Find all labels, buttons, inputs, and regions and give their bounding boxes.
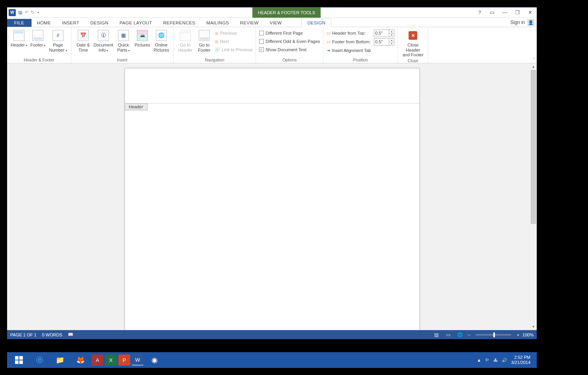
word-count[interactable]: 0 WORDS (42, 332, 62, 337)
group-header-footer: Header▾ Footer▾ # Page Number▾ Header & … (7, 27, 71, 63)
tray-flag-icon[interactable]: 🏳 (485, 358, 489, 362)
spinner-up-icon[interactable]: ▲ (389, 39, 394, 42)
tray-show-hidden-icon[interactable]: ▲ (477, 358, 481, 362)
zoom-slider[interactable] (476, 334, 511, 336)
save-icon[interactable]: 🖫 (18, 10, 22, 15)
document-page[interactable]: Header (125, 68, 420, 330)
sign-in-label: Sign in (510, 20, 525, 25)
sign-in[interactable]: Sign in 👤 (510, 19, 534, 26)
qat-customize-icon[interactable]: ▾ (37, 11, 39, 14)
scroll-down-icon[interactable]: ▼ (530, 323, 537, 330)
previous-icon: ▣ (215, 31, 218, 36)
tray-volume-icon[interactable]: 🔊 (502, 358, 507, 363)
minimize-icon[interactable]: — (500, 8, 510, 17)
zoom-level[interactable]: 100% (523, 332, 534, 337)
calendar-icon: 📅 (78, 30, 89, 41)
tray-network-icon[interactable]: 🖧 (493, 358, 498, 362)
tab-file[interactable]: FILE (7, 19, 32, 27)
taskbar-clock[interactable]: 2:52 PM 3/21/2014 (511, 355, 530, 365)
goto-header-label: Go to Header (178, 43, 192, 52)
spinner-down-icon[interactable]: ▼ (389, 33, 394, 37)
spinner-up-icon[interactable]: ▲ (389, 30, 394, 33)
vertical-scrollbar[interactable]: ▲ ▼ (530, 63, 537, 330)
taskbar-powerpoint-icon[interactable]: P (118, 355, 130, 366)
insert-alignment-tab-button[interactable]: ⇥Insert Alignment Tab (327, 46, 394, 54)
pictures-button[interactable]: ⛰ Pictures (134, 28, 151, 48)
zoom-in-icon[interactable]: + (517, 332, 519, 337)
scroll-track[interactable] (530, 70, 537, 323)
document-info-label: Document Info (93, 43, 113, 52)
taskbar-app-icon[interactable]: 🦊 (71, 353, 90, 367)
print-layout-icon[interactable]: ▭ (444, 331, 453, 338)
link-to-previous-button: 🔗Link to Previous (215, 46, 252, 54)
ribbon-display-options-icon[interactable]: ▭ (487, 8, 497, 17)
status-bar: PAGE 1 OF 1 0 WORDS 📖 ▤ ▭ 🌐 − + 100% (7, 330, 537, 339)
tab-mailings[interactable]: MAILINGS (201, 19, 234, 27)
header-label: Header (11, 43, 25, 47)
scroll-thumb[interactable] (531, 70, 536, 224)
close-window-icon[interactable]: ✕ (525, 8, 535, 17)
spinner-down-icon[interactable]: ▼ (389, 42, 394, 45)
different-odd-even-checkbox[interactable]: Different Odd & Even Pages (259, 37, 320, 45)
page-number-label: Page Number (49, 43, 64, 52)
undo-icon[interactable]: ↶ (25, 10, 28, 15)
footer-from-bottom-label: Footer from Bottom: (332, 39, 372, 44)
restore-icon[interactable]: ❐ (512, 8, 523, 17)
svg-rect-1 (19, 356, 23, 360)
tab-hf-design[interactable]: DESIGN (301, 19, 331, 27)
footer-from-bottom-input[interactable]: 0.5"▲▼ (374, 38, 394, 46)
page-number-button[interactable]: # Page Number▾ (48, 28, 68, 52)
date-time-button[interactable]: 📅 Date & Time (75, 28, 92, 52)
page-indicator[interactable]: PAGE 1 OF 1 (10, 332, 36, 337)
help-icon[interactable]: ? (474, 8, 485, 17)
ribbon-tabs: FILE HOME INSERT DESIGN PAGE LAYOUT REFE… (7, 18, 537, 27)
different-first-page-checkbox[interactable]: Different First Page (259, 29, 320, 37)
different-odd-even-label: Different Odd & Even Pages (265, 39, 320, 44)
previous-label: Previous (220, 31, 237, 35)
collapse-ribbon-icon[interactable]: ˄ (530, 27, 537, 63)
header-button[interactable]: Header▾ (10, 28, 28, 48)
start-button[interactable] (9, 353, 28, 367)
header-from-top-input[interactable]: 0.5"▲▼ (374, 30, 394, 37)
contextual-tab-title: HEADER & FOOTER TOOLS (252, 7, 321, 18)
online-pictures-button[interactable]: 🌐 Online Pictures (153, 28, 170, 52)
page-number-icon: # (52, 30, 63, 41)
tab-design[interactable]: DESIGN (85, 19, 114, 27)
taskbar-ie-icon[interactable]: ⓔ (30, 353, 49, 367)
tab-view[interactable]: VIEW (264, 19, 287, 27)
proofing-icon[interactable]: 📖 (68, 332, 73, 337)
taskbar-explorer-icon[interactable]: 📁 (50, 353, 69, 367)
tab-review[interactable]: REVIEW (235, 19, 264, 27)
different-first-page-label: Different First Page (265, 31, 303, 35)
group-options: Different First Page Different Odd & Eve… (256, 27, 323, 63)
tab-home[interactable]: HOME (32, 19, 57, 27)
tab-references[interactable]: REFERENCES (158, 19, 201, 27)
quick-parts-button[interactable]: ▦ Quick Parts▾ (115, 28, 132, 52)
taskbar-chrome-icon[interactable]: ◉ (145, 353, 164, 367)
windows-taskbar: ⓔ 📁 🦊 A X P W ◉ ▲ 🏳 🖧 🔊 2:52 PM 3/21/201… (7, 352, 537, 368)
header-icon (13, 30, 24, 41)
show-document-text-checkbox[interactable]: ✓Show Document Text (259, 46, 320, 54)
footer-icon (32, 30, 43, 41)
zoom-handle[interactable] (493, 332, 495, 337)
close-header-footer-button[interactable]: ✕ Close Header and Footer (401, 28, 425, 58)
read-mode-icon[interactable]: ▤ (432, 331, 441, 338)
header-separator (125, 103, 419, 104)
checkbox-checked-icon: ✓ (259, 47, 264, 52)
goto-footer-label: Go to Footer (198, 43, 211, 52)
taskbar-word-icon[interactable]: W (132, 355, 144, 366)
tab-insert[interactable]: INSERT (56, 19, 85, 27)
tab-page-layout[interactable]: PAGE LAYOUT (114, 19, 158, 27)
taskbar-access-icon[interactable]: A (91, 355, 103, 366)
link-icon: 🔗 (215, 47, 220, 52)
zoom-out-icon[interactable]: − (468, 332, 470, 337)
web-layout-icon[interactable]: 🌐 (456, 331, 465, 338)
redo-icon[interactable]: ↻ (31, 10, 34, 15)
document-info-button[interactable]: 🛈 Document Info▾ (93, 28, 113, 52)
footer-from-bottom-value: 0.5" (375, 39, 383, 44)
scroll-up-icon[interactable]: ▲ (530, 63, 537, 70)
alignment-tab-icon: ⇥ (327, 48, 330, 53)
footer-button[interactable]: Footer▾ (29, 28, 47, 48)
taskbar-excel-icon[interactable]: X (105, 355, 117, 366)
goto-footer-button[interactable]: Go to Footer (196, 28, 213, 52)
